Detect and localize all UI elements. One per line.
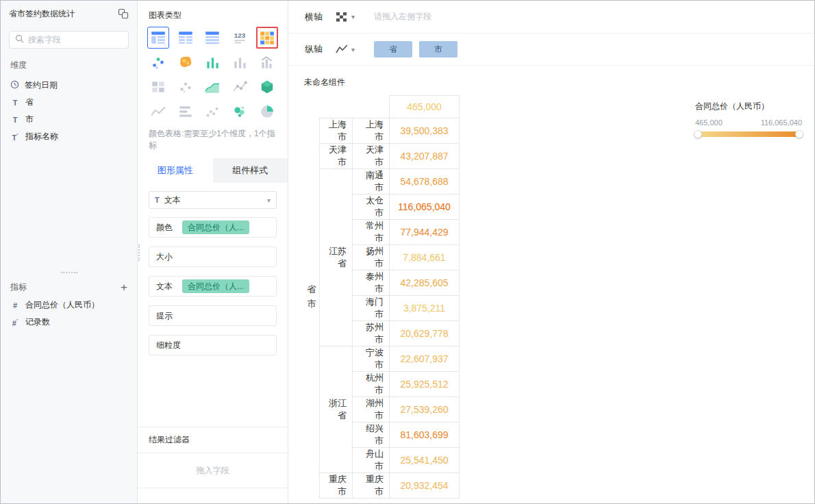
value-cell[interactable]: 3,875,211 bbox=[390, 296, 460, 321]
property-size[interactable]: 大小 bbox=[149, 247, 277, 267]
field-province[interactable]: T省 bbox=[1, 94, 137, 111]
city-cell[interactable]: 扬州市 bbox=[353, 245, 390, 270]
chart-type-bar-stacked[interactable] bbox=[229, 51, 251, 73]
city-cell[interactable]: 宁波市 bbox=[353, 346, 390, 372]
city-cell[interactable]: 杭州市 bbox=[353, 372, 390, 397]
switch-dataset-icon[interactable] bbox=[118, 8, 129, 19]
tab-graphic-properties[interactable]: 图形属性 bbox=[138, 158, 213, 183]
property-color[interactable]: 颜色合同总价（人... bbox=[149, 217, 277, 238]
vaxis-chart-switch[interactable]: ▾ bbox=[332, 42, 358, 57]
province-cell[interactable]: 江苏省 bbox=[320, 169, 353, 346]
value-cell[interactable]: 20,629,778 bbox=[390, 321, 460, 346]
legend-min-handle[interactable] bbox=[694, 130, 702, 138]
chart-type-bar-horizontal[interactable] bbox=[175, 101, 197, 123]
measure-list: #合同总价（人民币）#’记录数 bbox=[1, 297, 137, 331]
city-cell[interactable]: 上海市 bbox=[353, 118, 390, 144]
legend-max: 116,065,040 bbox=[761, 118, 802, 127]
value-cell[interactable]: 465,000 bbox=[390, 96, 460, 118]
chart-type-detail-table[interactable] bbox=[201, 27, 223, 49]
city-cell[interactable]: 常州市 bbox=[353, 220, 390, 245]
chart-type-bar[interactable] bbox=[201, 51, 223, 73]
city-cell[interactable]: 重庆市 bbox=[353, 473, 390, 499]
property-label: 颜色 bbox=[156, 222, 173, 234]
property-text[interactable]: 文本合同总价（人... bbox=[149, 276, 277, 297]
chart-type-line[interactable] bbox=[147, 101, 169, 123]
value-cell[interactable]: 43,207,887 bbox=[390, 144, 460, 169]
tab-component-style[interactable]: 组件样式 bbox=[213, 158, 288, 183]
province-cell[interactable]: 上海市 bbox=[320, 118, 353, 144]
value-cell[interactable]: 7,884,661 bbox=[390, 245, 460, 270]
city-cell[interactable]: 海门市 bbox=[353, 296, 390, 321]
vaxis-fields: 省市 bbox=[374, 41, 457, 58]
chart-type-cross-table[interactable] bbox=[175, 27, 197, 49]
property-granularity[interactable]: 细粒度 bbox=[149, 335, 277, 355]
field-contract-total[interactable]: #合同总价（人民币） bbox=[1, 297, 137, 314]
value-cell[interactable]: 39,500,383 bbox=[390, 118, 460, 144]
horizontal-axis-shelf: 横轴 ▾ 请拖入左侧字段 bbox=[288, 1, 814, 34]
value-cell[interactable]: 81,603,699 bbox=[390, 423, 460, 448]
field-record-count[interactable]: #’记录数 bbox=[1, 314, 137, 331]
value-cell[interactable]: 77,944,429 bbox=[390, 220, 460, 245]
province-cell[interactable]: 重庆市 bbox=[320, 473, 353, 499]
value-cell[interactable]: 25,925,512 bbox=[390, 372, 460, 397]
chart-type-map[interactable] bbox=[175, 51, 197, 73]
value-cell[interactable]: 116,065,040 bbox=[390, 194, 460, 220]
dimension-list: 签约日期T省T市T’指标名称 bbox=[1, 77, 137, 145]
value-cell[interactable]: 54,678,688 bbox=[390, 169, 460, 194]
chart-type-color-scatter[interactable] bbox=[147, 51, 169, 73]
field-metric-name[interactable]: T’指标名称 bbox=[1, 128, 137, 145]
chart-type-color-table[interactable] bbox=[256, 27, 278, 49]
province-cell[interactable]: 浙江省 bbox=[320, 346, 353, 473]
bi-analysis-window: 省市签约数据统计 维度 签约日期T省T市T’指标名称 指标 + #合同总价（人民… bbox=[0, 0, 815, 504]
value-cell[interactable]: 25,541,450 bbox=[390, 448, 460, 473]
number-field-icon: # bbox=[10, 301, 20, 310]
vertical-axis-shelf: 纵轴 ▾ 省市 bbox=[288, 34, 814, 66]
chart-type-dot-line[interactable] bbox=[229, 76, 251, 98]
sidebar-splitter[interactable] bbox=[1, 272, 137, 273]
chart-type-point[interactable] bbox=[201, 101, 223, 123]
chart-type-area[interactable] bbox=[201, 76, 223, 98]
chart-type-grouping-table[interactable] bbox=[147, 27, 169, 49]
chart-type-filled-map[interactable] bbox=[256, 76, 278, 98]
chart-type-pie[interactable] bbox=[256, 101, 278, 123]
chart-type-block[interactable] bbox=[147, 76, 169, 98]
text-field-icon: T bbox=[10, 116, 20, 124]
shape-type-select[interactable]: T 文本 ▾ bbox=[149, 191, 277, 209]
chart-type-kpi-card[interactable]: 123 bbox=[229, 27, 251, 49]
city-cell[interactable]: 南通市 bbox=[353, 169, 390, 194]
city-cell[interactable]: 泰州市 bbox=[353, 270, 390, 296]
city-cell[interactable]: 湖州市 bbox=[353, 397, 390, 423]
haxis-chart-switch[interactable]: ▾ bbox=[332, 9, 358, 25]
property-label: 细粒度 bbox=[156, 340, 181, 351]
add-measure-button[interactable]: + bbox=[121, 281, 127, 293]
search-input[interactable] bbox=[28, 35, 123, 45]
city-cell[interactable]: 天津市 bbox=[353, 144, 390, 169]
vaxis-field-pill[interactable]: 市 bbox=[419, 41, 457, 58]
result-filter-title: 结果过滤器 bbox=[138, 427, 288, 453]
table-row: 重庆市重庆市20,932,454 bbox=[320, 473, 460, 499]
legend-max-handle[interactable] bbox=[795, 130, 803, 138]
field-pill[interactable]: 合同总价（人... bbox=[182, 220, 249, 234]
city-cell[interactable]: 舟山市 bbox=[353, 448, 390, 473]
value-cell[interactable]: 20,932,454 bbox=[390, 473, 460, 499]
component-title: 未命名组件 bbox=[304, 77, 814, 88]
property-tooltip[interactable]: 提示 bbox=[149, 305, 277, 326]
chart-type-combo[interactable] bbox=[256, 51, 278, 73]
chart-type-title: 图表类型 bbox=[138, 1, 288, 24]
value-cell[interactable]: 27,539,260 bbox=[390, 397, 460, 423]
province-cell[interactable]: 天津市 bbox=[320, 144, 353, 169]
chart-type-scatter[interactable] bbox=[175, 76, 197, 98]
panel-splitter[interactable] bbox=[138, 244, 140, 261]
filter-dropzone[interactable]: 拖入字段 bbox=[138, 453, 288, 488]
value-cell[interactable]: 42,285,605 bbox=[390, 270, 460, 296]
field-pill[interactable]: 合同总价（人... bbox=[182, 279, 249, 293]
field-city[interactable]: T市 bbox=[1, 111, 137, 128]
search-field[interactable] bbox=[9, 31, 129, 49]
vaxis-field-pill[interactable]: 省 bbox=[374, 41, 412, 58]
city-cell[interactable]: 绍兴市 bbox=[353, 423, 390, 448]
city-cell[interactable]: 苏州市 bbox=[353, 321, 390, 346]
city-cell[interactable]: 太仓市 bbox=[353, 194, 390, 220]
value-cell[interactable]: 22,607,937 bbox=[390, 346, 460, 372]
field-sign-date[interactable]: 签约日期 bbox=[1, 77, 137, 94]
chart-type-word-cloud[interactable] bbox=[229, 101, 251, 123]
